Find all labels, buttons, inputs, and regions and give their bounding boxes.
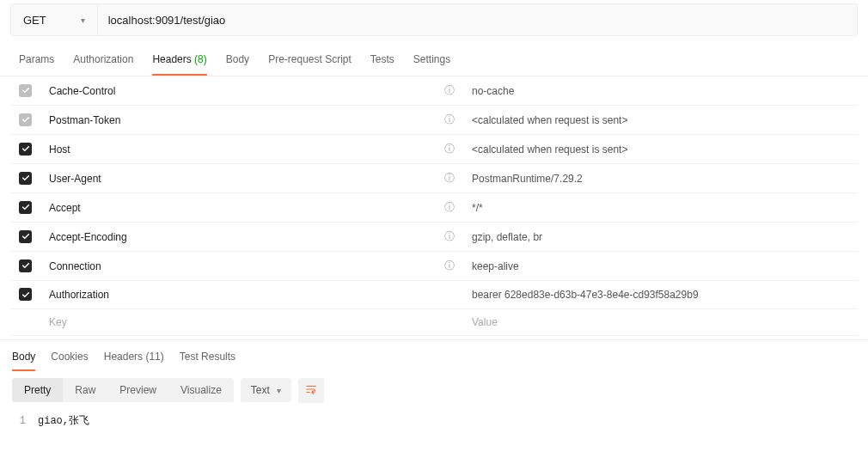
tab-authorization[interactable]: Authorization xyxy=(73,53,133,76)
checkbox[interactable] xyxy=(19,259,32,272)
table-row[interactable]: Authorizationbearer 628ed83e-d63b-47e3-8… xyxy=(10,281,858,309)
view-visualize-button[interactable]: Visualize xyxy=(168,378,234,402)
info-icon[interactable]: ⓘ xyxy=(444,230,455,242)
header-key[interactable]: User-Agent xyxy=(40,164,436,193)
info-icon[interactable]: ⓘ xyxy=(444,84,455,96)
checkbox[interactable] xyxy=(19,84,32,97)
checkbox[interactable] xyxy=(19,143,32,156)
header-key[interactable]: Accept xyxy=(40,193,436,223)
tab-body[interactable]: Body xyxy=(226,53,249,76)
table-row[interactable]: Cache-Controlⓘno-cache xyxy=(10,76,858,106)
checkbox[interactable] xyxy=(19,172,32,185)
view-raw-button[interactable]: Raw xyxy=(63,378,107,402)
wrap-lines-button[interactable] xyxy=(298,378,324,403)
header-value[interactable]: keep-alive xyxy=(463,252,858,281)
table-row[interactable]: User-AgentⓘPostmanRuntime/7.29.2 xyxy=(10,164,858,193)
response-body-viewer[interactable]: 1 giao,张飞 xyxy=(0,410,868,431)
info-icon[interactable]: ⓘ xyxy=(444,172,455,184)
tab-headers-count: (8) xyxy=(194,53,207,65)
header-key[interactable]: Connection xyxy=(40,252,436,281)
checkbox[interactable] xyxy=(19,230,32,243)
rtab-test-results[interactable]: Test Results xyxy=(180,351,235,371)
view-mode-segment: Pretty Raw Preview Visualize xyxy=(12,378,234,402)
url-text: localhost:9091/test/giao xyxy=(108,14,226,27)
key-placeholder[interactable]: Key xyxy=(40,308,436,335)
table-row[interactable]: Accept-Encodingⓘgzip, deflate, br xyxy=(10,223,858,252)
response-tabs: Body Cookies Headers (11) Test Results xyxy=(0,339,868,371)
tab-headers-label: Headers xyxy=(152,53,191,65)
table-row[interactable]: Hostⓘ<calculated when request is sent> xyxy=(10,135,858,164)
header-value[interactable]: no-cache xyxy=(463,76,858,106)
headers-table: Cache-Controlⓘno-cachePostman-Tokenⓘ<cal… xyxy=(10,76,858,336)
header-key[interactable]: Accept-Encoding xyxy=(40,223,436,252)
tab-headers[interactable]: Headers (8) xyxy=(152,53,206,76)
format-label: Text xyxy=(251,384,270,396)
header-value[interactable]: bearer 628ed83e-d63b-47e3-8e4e-cd93f58a2… xyxy=(463,281,858,309)
value-placeholder[interactable]: Value xyxy=(463,308,858,335)
rtab-headers-label: Headers xyxy=(104,351,143,363)
header-value[interactable]: gzip, deflate, br xyxy=(463,223,858,252)
table-row[interactable]: Postman-Tokenⓘ<calculated when request i… xyxy=(10,106,858,135)
info-icon[interactable]: ⓘ xyxy=(444,143,455,155)
header-key[interactable]: Postman-Token xyxy=(40,106,436,135)
header-key[interactable]: Cache-Control xyxy=(40,76,436,106)
header-value[interactable]: PostmanRuntime/7.29.2 xyxy=(463,164,858,193)
headers-new-row[interactable]: Key Value xyxy=(10,308,858,335)
info-icon[interactable]: ⓘ xyxy=(444,201,455,213)
tab-prerequest[interactable]: Pre-request Script xyxy=(268,53,351,76)
table-row[interactable]: Connectionⓘkeep-alive xyxy=(10,252,858,281)
format-dropdown[interactable]: Text ▾ xyxy=(241,378,291,402)
header-value[interactable]: <calculated when request is sent> xyxy=(463,106,858,135)
view-preview-button[interactable]: Preview xyxy=(107,378,168,402)
response-line: 1 giao,张飞 xyxy=(12,413,856,428)
info-icon[interactable]: ⓘ xyxy=(444,259,455,272)
chevron-down-icon: ▾ xyxy=(277,386,281,395)
rtab-headers-count: (11) xyxy=(145,351,163,363)
method-label: GET xyxy=(23,14,46,27)
url-input[interactable]: localhost:9091/test/giao xyxy=(98,4,857,35)
method-dropdown[interactable]: GET ▾ xyxy=(11,4,98,35)
view-pretty-button[interactable]: Pretty xyxy=(12,378,63,402)
table-row[interactable]: Acceptⓘ*/* xyxy=(10,193,858,223)
request-bar: GET ▾ localhost:9091/test/giao xyxy=(10,3,858,36)
checkbox[interactable] xyxy=(19,113,32,126)
chevron-down-icon: ▾ xyxy=(81,15,85,25)
line-text: giao,张飞 xyxy=(38,413,89,428)
header-key[interactable]: Authorization xyxy=(40,281,436,309)
checkbox[interactable] xyxy=(19,288,32,301)
rtab-cookies[interactable]: Cookies xyxy=(51,351,88,371)
request-tabs: Params Authorization Headers (8) Body Pr… xyxy=(0,43,868,76)
header-value[interactable]: */* xyxy=(463,193,858,223)
response-toolbar: Pretty Raw Preview Visualize Text ▾ xyxy=(0,371,868,410)
header-value[interactable]: <calculated when request is sent> xyxy=(463,135,858,164)
rtab-body[interactable]: Body xyxy=(12,351,35,371)
rtab-headers[interactable]: Headers (11) xyxy=(104,351,164,371)
tab-settings[interactable]: Settings xyxy=(413,53,450,76)
tab-params[interactable]: Params xyxy=(19,53,54,76)
line-number: 1 xyxy=(12,415,26,427)
info-icon[interactable]: ⓘ xyxy=(444,113,455,125)
header-key[interactable]: Host xyxy=(40,135,436,164)
tab-tests[interactable]: Tests xyxy=(370,53,394,76)
checkbox[interactable] xyxy=(19,201,32,214)
wrap-icon xyxy=(305,383,317,395)
